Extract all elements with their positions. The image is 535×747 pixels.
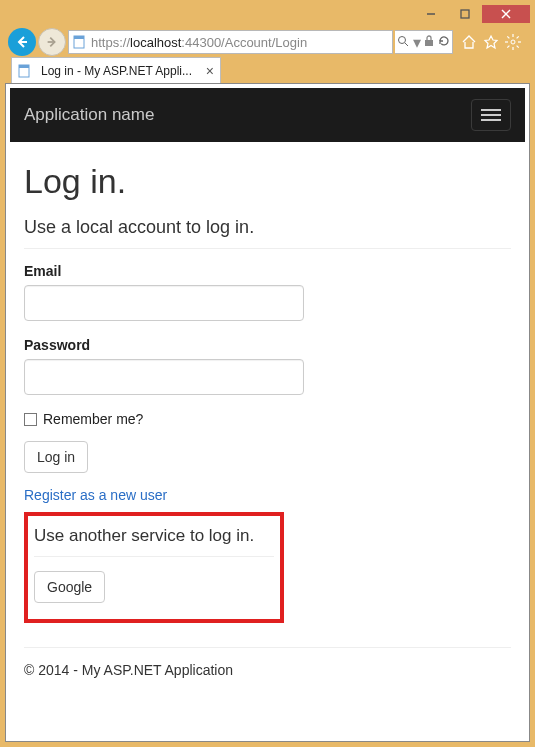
footer-divider: [24, 647, 511, 648]
address-bar-controls: ▾: [395, 30, 453, 54]
svg-line-9: [405, 43, 408, 46]
password-label: Password: [24, 337, 511, 353]
email-field[interactable]: [24, 285, 304, 321]
url-host: localhost: [130, 35, 181, 50]
tab-title: Log in - My ASP.NET Appli...: [41, 64, 192, 78]
register-link[interactable]: Register as a new user: [24, 487, 167, 503]
page-icon: [18, 64, 32, 78]
maximize-button[interactable]: [448, 5, 482, 23]
svg-rect-21: [19, 65, 29, 68]
tab-close-icon[interactable]: ×: [206, 63, 214, 79]
menu-toggle-button[interactable]: [471, 99, 511, 131]
local-login-subhead: Use a local account to log in.: [24, 217, 511, 249]
password-field[interactable]: [24, 359, 304, 395]
search-icon[interactable]: [397, 33, 409, 51]
footer-text: © 2014 - My ASP.NET Application: [24, 662, 511, 678]
settings-icon[interactable]: [505, 34, 521, 50]
svg-line-18: [507, 46, 509, 48]
back-button[interactable]: [8, 28, 36, 56]
remember-checkbox[interactable]: [24, 413, 37, 426]
svg-line-16: [507, 36, 509, 38]
address-bar[interactable]: https://localhost:44300/Account/Login: [68, 30, 393, 54]
url-path: /Account/Login: [221, 35, 307, 50]
svg-rect-10: [425, 40, 433, 46]
external-login-section: Use another service to log in. Google: [24, 512, 284, 623]
close-button[interactable]: [482, 5, 530, 23]
refresh-icon[interactable]: [438, 33, 450, 51]
minimize-button[interactable]: [414, 5, 448, 23]
browser-tab[interactable]: Log in - My ASP.NET Appli... ×: [11, 57, 221, 83]
external-login-subhead: Use another service to log in.: [34, 526, 274, 557]
url-scheme: https://: [91, 35, 130, 50]
favorites-icon[interactable]: [483, 34, 499, 50]
login-button[interactable]: Log in: [24, 441, 88, 473]
email-label: Email: [24, 263, 511, 279]
google-login-button[interactable]: Google: [34, 571, 105, 603]
svg-line-17: [517, 46, 519, 48]
svg-rect-1: [461, 10, 469, 18]
svg-point-8: [398, 37, 405, 44]
svg-rect-7: [74, 36, 84, 39]
home-icon[interactable]: [461, 34, 477, 50]
page-icon: [73, 35, 87, 49]
url-port: :44300: [181, 35, 221, 50]
window-title-bar: [5, 5, 530, 27]
forward-button[interactable]: [38, 28, 66, 56]
app-brand[interactable]: Application name: [24, 105, 154, 125]
lock-icon[interactable]: [424, 33, 434, 51]
page-title: Log in.: [24, 162, 511, 201]
remember-label: Remember me?: [43, 411, 143, 427]
svg-line-19: [517, 36, 519, 38]
svg-point-11: [511, 40, 515, 44]
